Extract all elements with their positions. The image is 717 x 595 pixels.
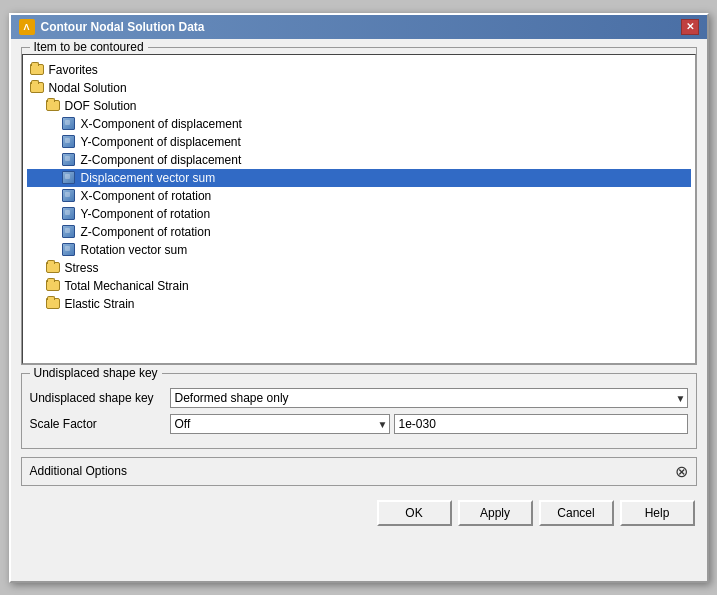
tree-item-rotation-sum[interactable]: Rotation vector sum bbox=[27, 241, 691, 259]
folder-icon bbox=[45, 278, 61, 294]
cube-icon bbox=[61, 206, 77, 222]
tree-item-y-rotation[interactable]: Y-Component of rotation bbox=[27, 205, 691, 223]
cube-icon bbox=[61, 152, 77, 168]
tree-item-x-rotation[interactable]: X-Component of rotation bbox=[27, 187, 691, 205]
tree-item-displacement-sum[interactable]: Displacement vector sum bbox=[27, 169, 691, 187]
undisplaced-group-box: Undisplaced shape key Undisplaced shape … bbox=[21, 373, 697, 449]
tree-item-nodal-solution[interactable]: Nodal Solution bbox=[27, 79, 691, 97]
app-icon: Λ bbox=[19, 19, 35, 35]
tree-item-label: Y-Component of rotation bbox=[81, 207, 211, 221]
window-title: Contour Nodal Solution Data bbox=[41, 20, 205, 34]
scale-input[interactable] bbox=[394, 414, 688, 434]
tree-item-label: X-Component of displacement bbox=[81, 117, 242, 131]
tree-item-label: Y-Component of displacement bbox=[81, 135, 241, 149]
item-group-box: Item to be contoured FavoritesNodal Solu… bbox=[21, 47, 697, 365]
tree-item-label: Elastic Strain bbox=[65, 297, 135, 311]
tree-item-x-displacement[interactable]: X-Component of displacement bbox=[27, 115, 691, 133]
button-row: OK Apply Cancel Help bbox=[21, 496, 697, 530]
scale-factor-select[interactable]: OffAutoManual bbox=[170, 414, 390, 434]
tree-item-label: Z-Component of rotation bbox=[81, 225, 211, 239]
tree-item-label: Total Mechanical Strain bbox=[65, 279, 189, 293]
folder-icon bbox=[45, 296, 61, 312]
tree-item-label: Displacement vector sum bbox=[81, 171, 216, 185]
tree-item-dof-solution[interactable]: DOF Solution bbox=[27, 97, 691, 115]
titlebar-left: Λ Contour Nodal Solution Data bbox=[19, 19, 205, 35]
cube-icon bbox=[61, 170, 77, 186]
undisplaced-group-label: Undisplaced shape key bbox=[30, 366, 162, 380]
additional-options-icon: ⊗ bbox=[675, 462, 688, 481]
tree-item-stress[interactable]: Stress bbox=[27, 259, 691, 277]
tree-item-label: X-Component of rotation bbox=[81, 189, 212, 203]
tree-item-label: Z-Component of displacement bbox=[81, 153, 242, 167]
shape-key-label: Undisplaced shape key bbox=[30, 391, 170, 405]
scale-factor-row: Scale Factor OffAutoManual ▼ bbox=[30, 414, 688, 434]
folder-icon bbox=[45, 260, 61, 276]
tree-item-z-displacement[interactable]: Z-Component of displacement bbox=[27, 151, 691, 169]
scale-factor-select-wrapper: OffAutoManual ▼ bbox=[170, 414, 390, 434]
content-area: Item to be contoured FavoritesNodal Solu… bbox=[11, 39, 707, 538]
cancel-button[interactable]: Cancel bbox=[539, 500, 614, 526]
tree-item-y-displacement[interactable]: Y-Component of displacement bbox=[27, 133, 691, 151]
cube-icon bbox=[61, 134, 77, 150]
tree-item-label: Nodal Solution bbox=[49, 81, 127, 95]
cube-icon bbox=[61, 242, 77, 258]
shape-key-row: Undisplaced shape key Deformed shape onl… bbox=[30, 388, 688, 408]
tree-item-total-mech-strain[interactable]: Total Mechanical Strain bbox=[27, 277, 691, 295]
tree-item-label: Favorites bbox=[49, 63, 98, 77]
additional-options-label: Additional Options bbox=[30, 464, 127, 478]
shape-key-select-wrapper: Deformed shape onlyUndeformed shapeUndef… bbox=[170, 388, 688, 408]
tree-item-z-rotation[interactable]: Z-Component of rotation bbox=[27, 223, 691, 241]
shape-key-select[interactable]: Deformed shape onlyUndeformed shapeUndef… bbox=[170, 388, 688, 408]
folder-icon bbox=[45, 98, 61, 114]
tree-item-favorites[interactable]: Favorites bbox=[27, 61, 691, 79]
cube-icon bbox=[61, 116, 77, 132]
tree-item-label: Rotation vector sum bbox=[81, 243, 188, 257]
scale-factor-label: Scale Factor bbox=[30, 417, 170, 431]
additional-options-row[interactable]: Additional Options ⊗ bbox=[21, 457, 697, 486]
folder-icon bbox=[29, 62, 45, 78]
help-button[interactable]: Help bbox=[620, 500, 695, 526]
cube-icon bbox=[61, 224, 77, 240]
close-button[interactable]: ✕ bbox=[681, 19, 699, 35]
titlebar: Λ Contour Nodal Solution Data ✕ bbox=[11, 15, 707, 39]
tree-item-label: DOF Solution bbox=[65, 99, 137, 113]
folder-icon bbox=[29, 80, 45, 96]
main-window: Λ Contour Nodal Solution Data ✕ Item to … bbox=[9, 13, 709, 583]
tree-container[interactable]: FavoritesNodal SolutionDOF SolutionX-Com… bbox=[22, 54, 696, 364]
item-group-label: Item to be contoured bbox=[30, 40, 148, 54]
ok-button[interactable]: OK bbox=[377, 500, 452, 526]
tree-item-elastic-strain[interactable]: Elastic Strain bbox=[27, 295, 691, 313]
apply-button[interactable]: Apply bbox=[458, 500, 533, 526]
cube-icon bbox=[61, 188, 77, 204]
tree-item-label: Stress bbox=[65, 261, 99, 275]
